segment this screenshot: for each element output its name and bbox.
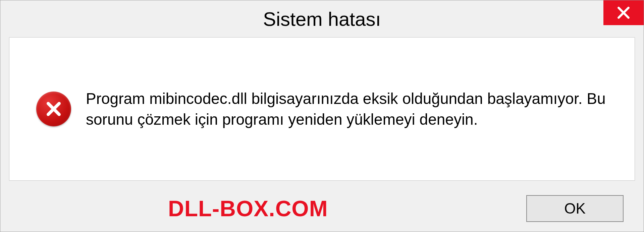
error-dialog: Sistem hatası Program mibincodec.dll bil… bbox=[0, 0, 644, 232]
close-icon bbox=[616, 5, 631, 20]
titlebar: Sistem hatası bbox=[0, 0, 644, 37]
x-icon bbox=[44, 100, 63, 118]
content-panel: Program mibincodec.dll bilgisayarınızda … bbox=[9, 37, 635, 181]
error-icon bbox=[36, 92, 71, 126]
ok-button[interactable]: OK bbox=[526, 195, 624, 222]
error-message: Program mibincodec.dll bilgisayarınızda … bbox=[86, 88, 621, 130]
dialog-footer: DLL-BOX.COM OK bbox=[0, 190, 644, 227]
error-icon-circle bbox=[36, 92, 71, 126]
watermark-text: DLL-BOX.COM bbox=[168, 196, 328, 221]
close-button[interactable] bbox=[603, 0, 644, 25]
dialog-title: Sistem hatası bbox=[263, 8, 381, 30]
